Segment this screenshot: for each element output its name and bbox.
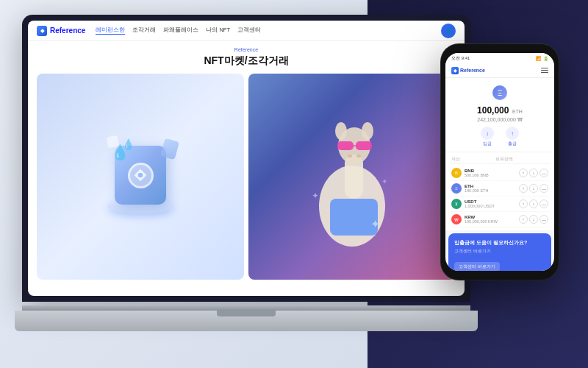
svg-rect-6: [337, 141, 354, 150]
usdt-more[interactable]: ⋯: [539, 199, 548, 208]
coin-row-bnb: B BNB 500,000 BNB ↑ ↓ ⋯: [450, 166, 550, 181]
bnb-icon: B: [451, 168, 462, 178]
phone-screen: 오전 9:41 📶 🔋 ◆ Reference: [445, 53, 554, 271]
coin-list-header: 자산 보유잔액: [450, 155, 550, 164]
usdt-receive[interactable]: ↓: [529, 199, 538, 208]
phone: 오전 9:41 📶 🔋 ◆ Reference: [441, 44, 559, 280]
bnb-send[interactable]: ↑: [519, 169, 528, 177]
bnb-more[interactable]: ⋯: [539, 169, 548, 177]
hamburger-menu[interactable]: [541, 68, 548, 74]
balance-usd: 242,100,000,000 ₩: [451, 117, 548, 123]
nav-logo: ◆ Reference: [37, 26, 85, 36]
svg-point-0: [138, 173, 143, 178]
deposit-icon: ↓: [481, 127, 494, 140]
battery-icon: 🔋: [543, 56, 548, 61]
svg-text:✦: ✦: [312, 191, 319, 201]
nft-inner-symbol: [128, 163, 154, 188]
card-title: 입출금에 도움이 필요하신가요?: [454, 239, 545, 247]
user-avatar[interactable]: 👤: [441, 24, 456, 38]
phone-status-icons: 📶 🔋: [536, 56, 548, 61]
nav-link-고객센터[interactable]: 고객센터: [237, 26, 261, 35]
page-title: NFT마켓/조각거래: [37, 54, 456, 68]
deposit-button[interactable]: ↓ 입금: [481, 127, 494, 147]
deposit-label: 입금: [483, 141, 492, 147]
eth-amount: 180,000 ETH: [465, 188, 516, 193]
krw-more[interactable]: ⋯: [539, 215, 548, 224]
eth-actions: ↑ ↓ ⋯: [519, 184, 548, 193]
bnb-receive[interactable]: ↓: [529, 169, 538, 177]
eth-receive[interactable]: ↓: [529, 184, 538, 193]
phone-logo-text: Reference: [460, 68, 485, 73]
coin-row-usdt: ₮ USDT 1,000,000 USDT ↑ ↓ ⋯: [450, 197, 550, 212]
withdraw-icon: ↑: [506, 127, 519, 140]
coin-row-krw: ₩ KRW 100,000,000 KRW ↑ ↓ ⋯: [450, 212, 550, 227]
nav-link-조각거래[interactable]: 조각거래: [132, 26, 156, 35]
balance-section: Ξ 100,000 ETH 242,100,000,000 ₩ ↓ 입금 ↑: [445, 78, 554, 152]
card-button[interactable]: 고객센터 바로가기: [454, 262, 500, 271]
svg-point-9: [348, 155, 352, 158]
bottom-card: 입출금에 도움이 필요하신가요? 고객센터 바로가기 고객센터 바로가기: [448, 233, 551, 271]
scene: ◆ Reference 레미런스한 조각거래 파왜플레이스 나의 NFT 고객센…: [0, 0, 588, 368]
phone-time: 오전 9:41: [451, 55, 470, 62]
eth-icon: Ξ: [492, 85, 507, 100]
svg-rect-7: [356, 141, 372, 150]
coin-list: 자산 보유잔액 B BNB 500,000 BNB ↑ ↓: [445, 152, 554, 230]
svg-point-10: [356, 155, 361, 158]
eth-more[interactable]: ⋯: [539, 184, 548, 193]
image-grid: 💧 💧: [37, 74, 456, 280]
eth-coin-icon: Ξ: [451, 183, 462, 194]
page-content: Reference NFT마켓/조각거래: [28, 41, 465, 286]
krw-icon: ₩: [451, 214, 462, 224]
laptop-base: [15, 311, 478, 331]
website: ◆ Reference 레미런스한 조각거래 파왜플레이스 나의 NFT 고객센…: [28, 21, 465, 296]
logo-text: Reference: [50, 26, 85, 35]
phone-status-bar: 오전 9:41 📶 🔋: [445, 53, 554, 63]
nav-link-레미런스한[interactable]: 레미런스한: [96, 26, 125, 35]
withdraw-label: 출금: [508, 141, 517, 147]
usdt-info: USDT 1,000,000 USDT: [465, 199, 516, 208]
nav-links: 레미런스한 조각거래 파왜플레이스 나의 NFT 고객센터: [96, 26, 431, 35]
bnb-actions: ↑ ↓ ⋯: [519, 169, 548, 177]
balance-display: 100,000 ETH: [451, 103, 548, 116]
krw-send[interactable]: ↑: [519, 215, 528, 224]
col-asset: 자산: [451, 157, 460, 162]
nft-3d-object: 💧 💧: [96, 132, 184, 221]
breadcrumb: Reference: [37, 47, 456, 52]
phone-navbar: ◆ Reference: [445, 63, 554, 78]
usdt-icon: ₮: [451, 199, 462, 209]
usdt-send[interactable]: ↑: [519, 199, 528, 208]
card-subtitle: 고객센터 바로가기: [454, 249, 545, 254]
laptop-screen: ◆ Reference 레미런스한 조각거래 파왜플레이스 나의 NFT 고객센…: [28, 21, 465, 296]
eth-send[interactable]: ↑: [519, 184, 528, 193]
col-balance: 보유잔액: [495, 157, 513, 162]
nav-link-nft[interactable]: 나의 NFT: [206, 26, 230, 35]
krw-info: KRW 100,000,000 KRW: [465, 215, 516, 224]
coin-row-eth: Ξ ETH 180,000 ETH ↑ ↓ ⋯: [450, 181, 550, 197]
laptop: ◆ Reference 레미런스한 조각거래 파왜플레이스 나의 NFT 고객센…: [15, 15, 478, 331]
laptop-frame: ◆ Reference 레미런스한 조각거래 파왜플레이스 나의 NFT 고객센…: [22, 15, 470, 302]
phone-notch: [481, 44, 518, 52]
logo-icon: ◆: [37, 26, 47, 36]
signal-icon: 📶: [536, 56, 541, 61]
bnb-info: BNB 500,000 BNB: [465, 169, 516, 177]
svg-text:✦: ✦: [381, 177, 387, 185]
balance-amount: 100,000: [477, 105, 509, 116]
svg-point-4: [335, 122, 347, 140]
usdt-actions: ↑ ↓ ⋯: [519, 199, 548, 208]
phone-logo: ◆ Reference: [451, 67, 485, 74]
navbar: ◆ Reference 레미런스한 조각거래 파왜플레이스 나의 NFT 고객센…: [28, 21, 465, 41]
svg-text:✦: ✦: [370, 218, 380, 230]
krw-actions: ↑ ↓ ⋯: [519, 215, 548, 224]
krw-receive[interactable]: ↓: [529, 215, 538, 224]
llama-shape: ✦ ✦ ✦: [248, 74, 456, 280]
balance-currency: ETH: [512, 109, 523, 114]
nav-link-파왜플레이스[interactable]: 파왜플레이스: [163, 26, 198, 35]
krw-amount: 100,000,000 KRW: [465, 219, 516, 224]
phone-logo-icon: ◆: [451, 67, 459, 74]
withdraw-button[interactable]: ↑ 출금: [506, 127, 519, 147]
nft-image: 💧 💧: [37, 74, 244, 280]
eth-info: ETH 180,000 ETH: [465, 184, 516, 193]
llama-image: ✦ ✦ ✦: [248, 74, 456, 280]
usdt-amount: 1,000,000 USDT: [465, 204, 516, 208]
action-buttons: ↓ 입금 ↑ 출금: [451, 127, 548, 147]
